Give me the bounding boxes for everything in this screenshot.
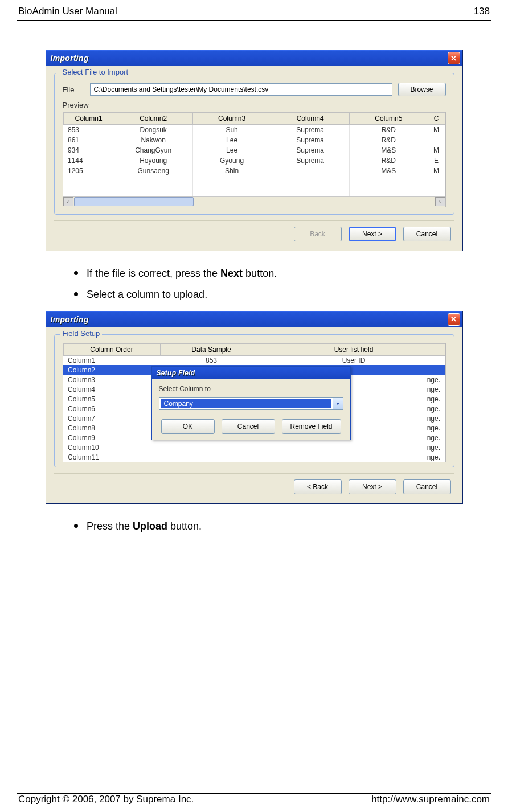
close-icon[interactable]: ✕ — [448, 52, 460, 64]
instruction-bullet: If the file is correct, press the Next b… — [85, 265, 491, 280]
table-row[interactable]: Column1853User ID — [63, 355, 445, 365]
preview-label: Preview — [63, 101, 446, 109]
cancel-button[interactable]: Cancel — [222, 419, 275, 434]
setup-field-dialog: Setup Field Select Column to Company ▾ O… — [151, 366, 351, 440]
scroll-right-icon[interactable]: › — [435, 197, 445, 206]
col-header[interactable]: Column5 — [350, 113, 428, 125]
back-button: Back — [294, 227, 342, 241]
table-row[interactable]: 1144HoyoungGyoungSupremaR&DE — [63, 155, 445, 166]
file-label: File — [63, 85, 84, 94]
footer-url: http://www.supremainc.com — [371, 794, 490, 805]
preview-table: Column1 Column2 Column3 Column4 Column5 … — [63, 112, 446, 207]
cancel-button[interactable]: Cancel — [403, 227, 451, 241]
col-header[interactable]: Data Sample — [160, 343, 263, 355]
dialog-title: Setup Field — [157, 369, 195, 377]
next-button[interactable]: Next > — [349, 479, 396, 494]
col-header[interactable]: Column1 — [63, 113, 114, 125]
remove-field-button[interactable]: Remove Field — [282, 419, 341, 434]
horizontal-scrollbar[interactable]: ‹ › — [63, 196, 445, 207]
dialog-title: Importing — [51, 315, 89, 324]
ok-button[interactable]: OK — [161, 419, 215, 434]
importing-dialog-step1: Importing ✕ Select File to Import File B… — [46, 50, 463, 251]
instruction-bullet: Select a column to upload. — [85, 286, 491, 301]
close-icon[interactable]: ✕ — [448, 313, 460, 326]
col-header[interactable]: Column2 — [114, 113, 192, 125]
file-input[interactable] — [90, 83, 392, 96]
table-row[interactable]: 1205GunsaengShinM&SM — [63, 166, 445, 176]
col-header[interactable]: Column4 — [271, 113, 350, 125]
selected-value: Company — [161, 399, 331, 408]
chevron-down-icon[interactable]: ▾ — [333, 398, 343, 409]
col-header[interactable]: C — [428, 113, 445, 125]
col-header[interactable]: Column3 — [192, 113, 271, 125]
next-button[interactable]: Next > — [349, 227, 396, 241]
col-header[interactable]: User list field — [263, 343, 445, 355]
table-row[interactable]: 934ChangGyunLeeSupremaM&SM — [63, 145, 445, 155]
table-row[interactable]: 861NakwonLeeSupremaR&D — [63, 135, 445, 145]
titlebar[interactable]: Setup Field — [152, 367, 350, 379]
group-legend: Select File to Import — [60, 68, 131, 76]
titlebar[interactable]: Importing ✕ — [46, 311, 462, 327]
column-select[interactable]: Company ▾ — [159, 397, 343, 410]
copyright: Copyright © 2006, 2007 by Suprema Inc. — [18, 794, 194, 805]
cancel-button[interactable]: Cancel — [403, 479, 451, 494]
setup-label: Select Column to — [159, 385, 343, 393]
importing-dialog-step2: Importing ✕ Field Setup Column Order Dat… — [46, 311, 463, 505]
scroll-thumb[interactable] — [74, 197, 194, 206]
group-legend: Field Setup — [60, 329, 103, 338]
page-number: 138 — [474, 6, 490, 17]
browse-button[interactable]: Browse — [398, 83, 446, 96]
table-row[interactable]: 853DongsukSuhSupremaR&DM — [63, 125, 445, 135]
table-row[interactable]: Column11nge. — [63, 452, 445, 462]
col-header[interactable]: Column Order — [63, 343, 160, 355]
dialog-title: Importing — [51, 54, 89, 63]
back-button[interactable]: < Back — [294, 479, 342, 494]
table-row[interactable]: Column10nge. — [63, 442, 445, 452]
titlebar[interactable]: Importing ✕ — [46, 50, 462, 66]
instruction-bullet: Press the Upload button. — [85, 518, 491, 532]
doc-title: BioAdmin User Manual — [18, 6, 117, 17]
scroll-left-icon[interactable]: ‹ — [63, 197, 73, 206]
